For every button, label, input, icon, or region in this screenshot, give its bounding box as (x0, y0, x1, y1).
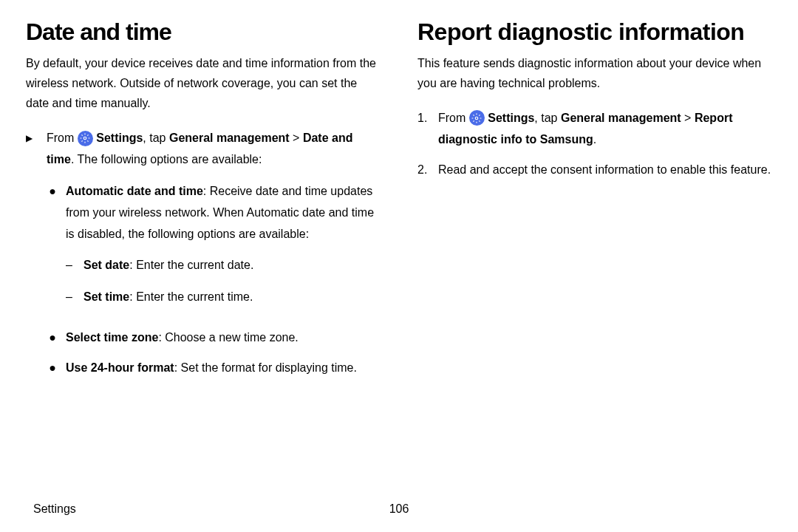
sub-list: ● Automatic date and time: Receive date … (47, 181, 381, 379)
left-column: Date and time By default, your device re… (26, 18, 381, 397)
text-settings: Settings (96, 132, 143, 144)
right-column: Report diagnostic information This featu… (417, 18, 772, 397)
chevron: > (290, 132, 303, 144)
auto-label: Automatic date and time (66, 185, 203, 197)
fmt24-label: Use 24-hour format (66, 361, 174, 374)
sub-sub-list: – Set date: Enter the current date. – Se… (66, 255, 381, 308)
settime-label: Set time (83, 290, 129, 303)
footer-page: 106 (389, 502, 409, 516)
step-content: From Settings, tap General management > … (438, 108, 772, 151)
sub-content: Automatic date and time: Receive date an… (66, 181, 381, 318)
intro-report: This feature sends diagnostic informatio… (417, 53, 772, 93)
sub-content: Use 24-hour format: Set the format for d… (66, 358, 357, 379)
bullet-icon: ● (47, 181, 58, 318)
intro-date-time: By default, your device receives date an… (26, 53, 381, 114)
bullet-icon: ● (47, 327, 58, 349)
text-from: From (438, 112, 469, 124)
heading-report: Report diagnostic information (417, 18, 772, 46)
text-gm: General management (561, 112, 681, 124)
text-tail: . The following options are available: (71, 153, 262, 166)
text-tap: , tap (143, 132, 169, 144)
text-gm: General management (169, 132, 290, 144)
sub-sub-content: Set time: Enter the current time. (83, 287, 253, 308)
sub-item-auto: ● Automatic date and time: Receive date … (47, 181, 381, 318)
svg-point-0 (84, 137, 87, 140)
dash-icon: – (66, 255, 76, 276)
chevron: > (681, 112, 695, 124)
step-1: 1. From Settings, tap General management… (417, 108, 772, 151)
footer: Settings 106 (33, 502, 765, 516)
arrow-icon: ▶ (26, 128, 39, 387)
text-from: From (47, 132, 78, 144)
settime-desc: : Enter the current time. (129, 290, 253, 303)
sub-item-tz: ● Select time zone: Choose a new time zo… (47, 327, 381, 349)
setdate-label: Set date (83, 259, 129, 271)
sub-sub-content: Set date: Enter the current date. (83, 255, 253, 276)
text-tap: , tap (534, 112, 561, 124)
settings-gear-icon (78, 131, 93, 146)
step-content: From Settings, tap General management > … (47, 128, 381, 387)
sub-item-24h: ● Use 24-hour format: Set the format for… (47, 358, 381, 379)
step-num: 2. (417, 160, 431, 181)
tz-label: Select time zone (66, 331, 158, 344)
sub-sub-setdate: – Set date: Enter the current date. (66, 255, 381, 276)
svg-point-1 (476, 117, 479, 120)
step-arrow: ▶ From Settings, tap General management … (26, 128, 381, 387)
text-tail: . (593, 133, 596, 146)
sub-content: Select time zone: Choose a new time zone… (66, 327, 299, 349)
setdate-desc: : Enter the current date. (129, 259, 253, 271)
tz-desc: : Choose a new time zone. (158, 331, 298, 344)
bullet-icon: ● (47, 358, 58, 379)
fmt24-desc: : Set the format for displaying time. (174, 361, 357, 374)
step-2: 2. Read and accept the consent informati… (417, 160, 772, 181)
sub-sub-settime: – Set time: Enter the current time. (66, 287, 381, 308)
text-settings: Settings (488, 112, 534, 124)
step-list-left: ▶ From Settings, tap General management … (26, 128, 381, 387)
step-num: 1. (417, 108, 431, 151)
step-list-right: 1. From Settings, tap General management… (417, 108, 772, 180)
heading-date-time: Date and time (26, 18, 381, 46)
dash-icon: – (66, 287, 76, 308)
settings-gear-icon (469, 110, 485, 126)
step2-text: Read and accept the consent information … (438, 160, 772, 181)
